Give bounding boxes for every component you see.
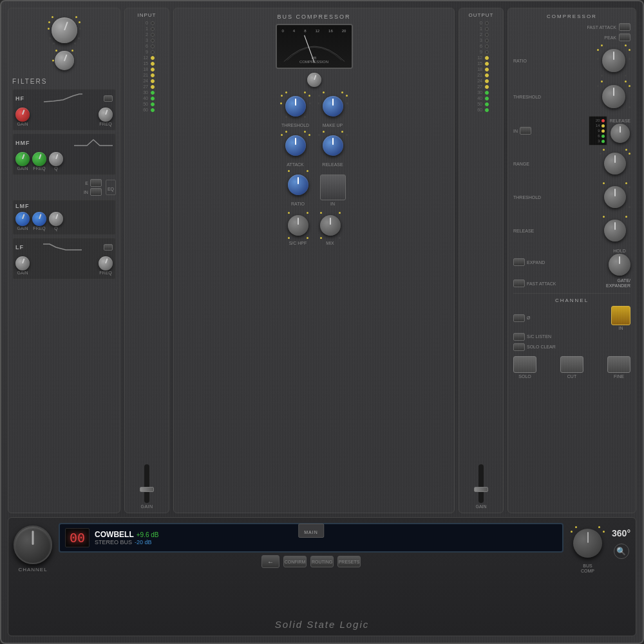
lf-freq-knob[interactable] (99, 256, 113, 270)
expand-btn[interactable] (513, 258, 525, 266)
hmf-band: HMF GAIN FREQ Q (12, 133, 116, 175)
filters-label: FILTERS (12, 78, 116, 85)
hmf-q-label: Q (54, 166, 57, 171)
threshold2-knob[interactable] (604, 186, 626, 208)
peak-label: PEAK (604, 35, 616, 40)
sc-hpf-label: S/C HPF (289, 241, 307, 245)
bus-compressor-section: BUS COMPRESSOR 0 4 8 12 16 20 (173, 8, 455, 513)
hmf-gain-knob[interactable] (15, 152, 30, 166)
fast-attack-btn[interactable] (619, 23, 630, 31)
hmf-curve (74, 137, 113, 149)
presets-nav[interactable]: PRESETS (337, 556, 361, 567)
mix-knob[interactable] (320, 215, 341, 236)
channel-strip: CHANNEL 00 (8, 517, 636, 636)
output-fader-thumb[interactable] (474, 487, 488, 492)
channel-name: COWBELL (95, 530, 134, 539)
hf-gain-label: GAIN (17, 122, 28, 126)
eq-e-label: E (85, 181, 88, 185)
channel-knob[interactable] (14, 526, 52, 564)
cut-label: CUT (567, 374, 576, 379)
comp-ratio-knob[interactable] (602, 49, 625, 72)
range-knob[interactable] (604, 153, 626, 175)
phase-btn[interactable] (513, 314, 525, 322)
confirm-nav[interactable]: CONFIRM (283, 556, 307, 567)
release-label: RELEASE (322, 162, 343, 167)
fast-attack-label: FAST ATTACK (587, 25, 616, 30)
lf-curve (43, 241, 82, 254)
sc-hpf-knob[interactable] (288, 215, 308, 236)
cut-btn[interactable] (560, 356, 583, 373)
ratio-knob[interactable] (288, 175, 308, 195)
makeup-knob[interactable] (323, 96, 343, 117)
fast-attack2-btn[interactable] (513, 279, 525, 287)
comp-threshold-knob[interactable] (602, 85, 625, 108)
fine-btn[interactable] (607, 356, 630, 373)
eq-e-btn[interactable] (90, 179, 102, 187)
sc-listen-label: S/C LISTEN (527, 334, 551, 339)
lf-gain-label: GAIN (17, 270, 28, 275)
bus-comp-in-label: IN (330, 202, 335, 206)
hmf-q-knob[interactable] (49, 152, 63, 166)
eq-in-btn[interactable] (90, 188, 102, 196)
hf-curve (44, 92, 82, 105)
threshold-knob[interactable] (285, 96, 306, 117)
hold-knob[interactable] (609, 254, 630, 276)
degree-label: 360° (612, 528, 630, 538)
vu-meter: 0 4 8 12 16 20 dBCOMPRE (276, 24, 353, 69)
peak-btn[interactable] (619, 33, 630, 41)
input-fader-thumb[interactable] (140, 487, 154, 492)
threshold-label: THRESHOLD (281, 123, 309, 128)
output-gain-label: GAIN (475, 504, 486, 509)
threshold2-label: THRESHOLD (513, 195, 541, 200)
vu-db-label: dBCOMPRESSION (299, 56, 328, 64)
release-knob[interactable] (323, 135, 343, 156)
eq-in-label: IN (84, 190, 88, 194)
seven-seg-display: 00 (70, 530, 85, 545)
search-icon: 🔍 (616, 547, 626, 556)
bottom-row: CHANNEL 00 (8, 517, 636, 636)
routing-nav[interactable]: ROUTING (310, 556, 334, 567)
search-btn[interactable]: 🔍 (614, 544, 629, 559)
gate-expander-label: GATE/EXPANDER (606, 278, 630, 289)
bus-comp-in-button[interactable] (320, 175, 346, 200)
lmf-freq-knob[interactable] (32, 212, 46, 226)
solo-btn[interactable] (513, 356, 536, 373)
cut-section: CUT (560, 356, 583, 379)
release2-knob[interactable] (604, 220, 626, 242)
solo-clear-btn[interactable] (513, 343, 525, 351)
lf-btn[interactable] (104, 244, 113, 251)
ratio-label: RATIO (291, 202, 305, 206)
bus-comp-knob[interactable] (573, 529, 602, 558)
eq-section: FILTERS HF GAI (8, 8, 120, 513)
fine-label: FINE (614, 374, 624, 379)
hmf-gain-label: GAIN (17, 166, 28, 171)
hf-gain-knob[interactable] (15, 108, 30, 122)
hf-btn[interactable] (104, 95, 113, 102)
hf-freq-knob[interactable] (99, 108, 113, 122)
lmf-q-label: Q (54, 226, 57, 231)
lmf-gain-knob[interactable] (15, 212, 30, 226)
hf-band: HF GAIN (12, 89, 116, 131)
arrow-btn[interactable]: ← (261, 555, 279, 568)
stereo-bus-gain: -20 dB (135, 539, 152, 545)
comp-in-btn[interactable] (520, 127, 531, 135)
hold-label: HOLD (613, 249, 625, 253)
lf-band: LF GAIN FREQ (12, 238, 116, 279)
lmf-q-knob[interactable] (49, 212, 63, 226)
brand-label: Solid State Logic (275, 619, 370, 630)
comp-release-knob[interactable] (611, 124, 630, 143)
comp-in-label: IN (513, 129, 518, 133)
input-gain-label: GAIN (140, 504, 153, 509)
lf-gain-knob[interactable] (15, 256, 30, 270)
lmf-label: LMF (15, 203, 30, 209)
mid-knob[interactable] (55, 51, 74, 70)
eq-label: EQ (108, 187, 114, 191)
lmf-gain-label: GAIN (17, 226, 28, 231)
hmf-freq-knob[interactable] (32, 152, 46, 166)
compressor-title: COMPRESSOR (513, 14, 630, 19)
sc-listen-btn[interactable] (513, 333, 525, 341)
channel-in-btn[interactable] (611, 306, 630, 325)
comp-small-knob[interactable] (307, 73, 321, 87)
attack-knob[interactable] (285, 135, 306, 156)
top-knob[interactable] (52, 17, 77, 43)
